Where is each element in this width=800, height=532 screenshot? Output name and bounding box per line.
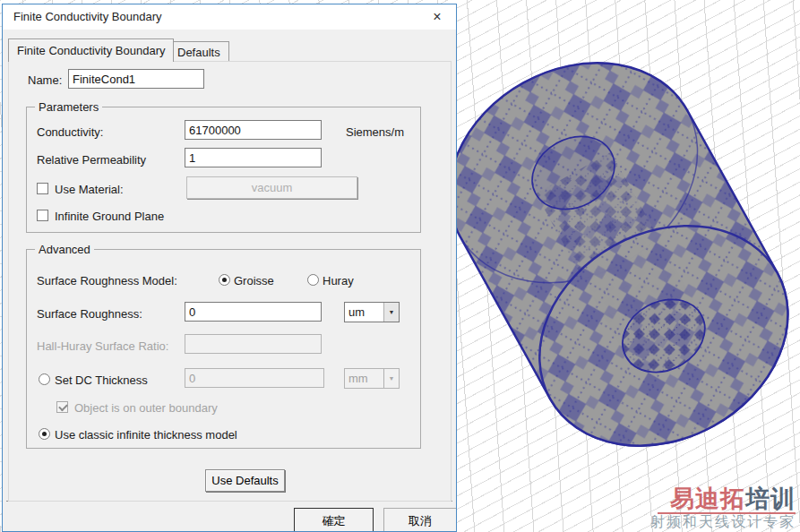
ok-button[interactable]: 確定 [294, 508, 374, 532]
conductivity-unit-label: Siemens/m [346, 125, 404, 139]
conductivity-label: Conductivity: [37, 125, 103, 139]
surface-roughness-input[interactable] [185, 302, 322, 322]
groisse-radio-label: Groisse [234, 274, 274, 287]
name-label: Name: [28, 73, 62, 87]
dc-thickness-input [185, 368, 324, 388]
surface-roughness-unit-dropdown[interactable]: um ▼ [344, 302, 400, 322]
advanced-group-label: Advanced [35, 243, 94, 256]
watermark: 易迪拓培训 射频和天线设计专家 [650, 486, 796, 530]
watermark-tagline: 射频和天线设计专家 [650, 515, 796, 530]
close-icon[interactable]: × [427, 8, 447, 26]
huray-radio-label: Huray [323, 274, 354, 287]
surface-roughness-model-label: Surface Roughness Model: [37, 274, 177, 287]
parameters-group-label: Parameters [35, 100, 102, 114]
chevron-down-icon[interactable]: ▼ [383, 303, 399, 322]
hall-huray-surface-ratio-input [185, 334, 322, 354]
conductivity-input[interactable] [185, 120, 322, 140]
dialog-titlebar[interactable]: Finite Conductivity Boundary × [3, 4, 456, 30]
surface-roughness-unit-value: um [348, 303, 365, 322]
infinite-ground-plane-checkbox[interactable] [37, 210, 48, 221]
set-dc-thickness-label: Set DC Thickness [55, 373, 148, 387]
use-material-label: Use Material: [55, 183, 124, 196]
huray-radio[interactable] [307, 274, 319, 286]
surface-roughness-label: Surface Roughness: [37, 307, 142, 321]
use-classic-model-radio[interactable] [39, 428, 50, 440]
chevron-down-icon: ▼ [383, 369, 399, 388]
object-on-outer-boundary-label: Object is on outer boundary [74, 401, 218, 415]
relative-permeability-label: Relative Permeability [37, 153, 146, 167]
use-defaults-button[interactable]: Use Defaults [205, 469, 285, 492]
dialog-title: Finite Conductivity Boundary [13, 4, 161, 30]
tab-finite-conductivity-boundary[interactable]: Finite Conductivity Boundary [8, 39, 174, 62]
relative-permeability-input[interactable] [185, 148, 322, 167]
use-classic-model-label: Use classic infinite thickness model [55, 428, 237, 442]
hall-huray-surface-ratio-label: Hall-Huray Surface Ratio: [37, 339, 168, 353]
dc-thickness-unit-value: mm [348, 369, 368, 388]
tab-defaults[interactable]: Defaults [168, 41, 229, 62]
dc-thickness-unit-dropdown: mm ▼ [344, 368, 400, 389]
name-input[interactable] [68, 69, 204, 89]
cylinder-group [409, 20, 800, 489]
watermark-logo-red: 易迪拓 [670, 485, 745, 512]
use-material-checkbox[interactable] [37, 183, 48, 194]
watermark-logo: 易迪拓培训 [650, 486, 796, 511]
cancel-button[interactable]: 取消 [383, 508, 457, 532]
material-button[interactable]: vacuum [186, 176, 357, 199]
finite-conductivity-boundary-dialog: Finite Conductivity Boundary × Finite Co… [2, 4, 457, 532]
set-dc-thickness-radio[interactable] [39, 373, 50, 385]
watermark-rule [658, 512, 796, 514]
watermark-logo-dark: 培训 [745, 485, 796, 512]
object-on-outer-boundary-checkbox [56, 401, 68, 413]
groisse-radio[interactable] [219, 274, 230, 286]
screen: 易迪拓培训 射频和天线设计专家 Finite Conductivity Boun… [0, 0, 800, 532]
infinite-ground-plane-label: Infinite Ground Plane [55, 210, 164, 223]
